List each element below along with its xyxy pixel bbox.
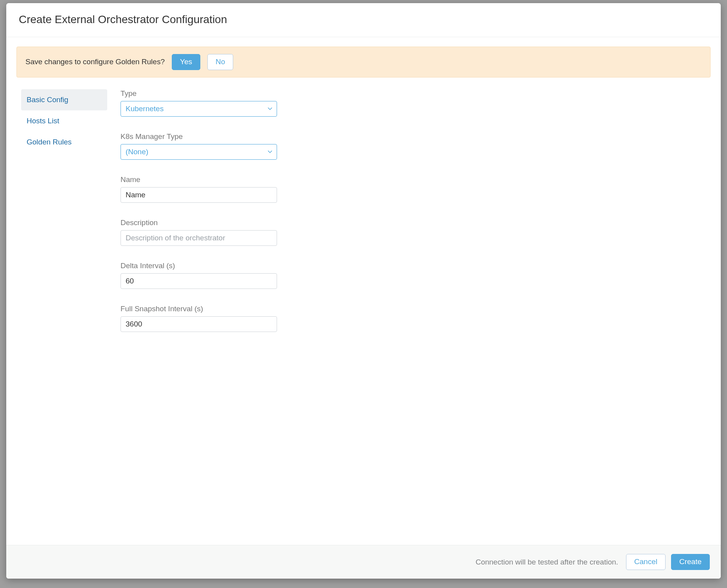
- create-button[interactable]: Create: [671, 554, 710, 570]
- alert-text: Save changes to configure Golden Rules?: [25, 58, 165, 66]
- field-type: Type Kubernetes: [121, 89, 301, 117]
- label-description: Description: [121, 218, 301, 227]
- config-content: Basic Config Hosts List Golden Rules Typ…: [16, 89, 711, 348]
- modal-footer: Connection will be tested after the crea…: [6, 545, 721, 579]
- alert-no-button[interactable]: No: [207, 54, 233, 70]
- label-full-snapshot-interval: Full Snapshot Interval (s): [121, 305, 301, 313]
- label-name: Name: [121, 175, 301, 184]
- tab-basic-config[interactable]: Basic Config: [21, 89, 107, 110]
- tab-hosts-list[interactable]: Hosts List: [21, 110, 107, 132]
- input-name[interactable]: [121, 187, 277, 203]
- label-k8s-manager-type: K8s Manager Type: [121, 132, 301, 141]
- input-description[interactable]: [121, 230, 277, 246]
- cancel-button[interactable]: Cancel: [626, 554, 666, 570]
- field-k8s-manager-type: K8s Manager Type (None): [121, 132, 301, 160]
- modal-body[interactable]: Save changes to configure Golden Rules? …: [6, 37, 721, 545]
- field-name: Name: [121, 175, 301, 203]
- field-description: Description: [121, 218, 301, 246]
- golden-rules-alert: Save changes to configure Golden Rules? …: [16, 47, 711, 78]
- tab-golden-rules[interactable]: Golden Rules: [21, 132, 107, 153]
- side-tabs: Basic Config Hosts List Golden Rules: [21, 89, 107, 348]
- select-type[interactable]: Kubernetes: [121, 101, 277, 117]
- field-full-snapshot-interval: Full Snapshot Interval (s): [121, 305, 301, 332]
- field-delta-interval: Delta Interval (s): [121, 262, 301, 289]
- modal-header: Create External Orchestrator Configurati…: [6, 3, 721, 37]
- modal-dialog: Create External Orchestrator Configurati…: [6, 3, 721, 579]
- alert-yes-button[interactable]: Yes: [172, 54, 200, 70]
- label-type: Type: [121, 89, 301, 98]
- modal-title: Create External Orchestrator Configurati…: [19, 13, 708, 26]
- form-area: Type Kubernetes K8s Manager Type (None): [121, 89, 301, 348]
- label-delta-interval: Delta Interval (s): [121, 262, 301, 270]
- footer-note: Connection will be tested after the crea…: [475, 558, 618, 566]
- input-delta-interval[interactable]: [121, 273, 277, 289]
- input-full-snapshot-interval[interactable]: [121, 316, 277, 332]
- select-k8s-manager-type[interactable]: (None): [121, 144, 277, 160]
